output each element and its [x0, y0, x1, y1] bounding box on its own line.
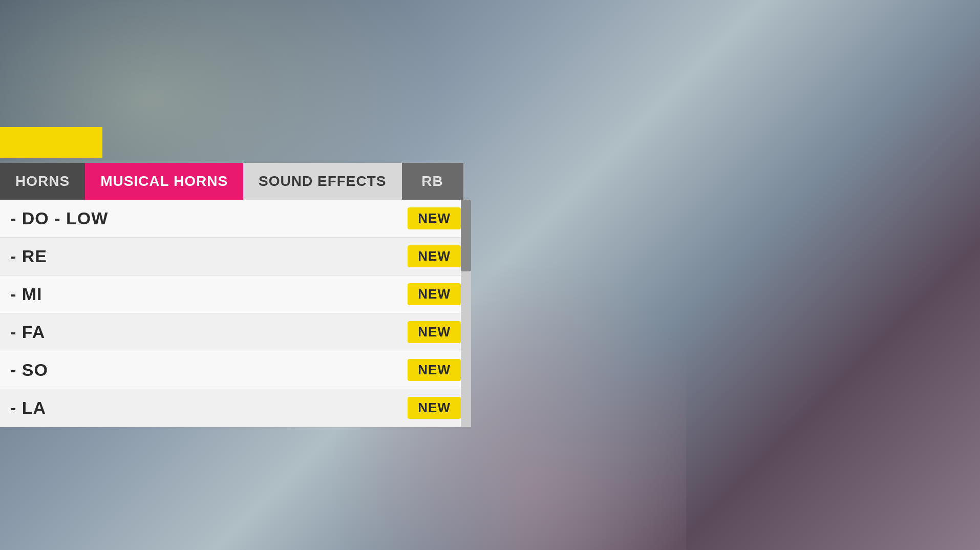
list-item[interactable]: - SO NEW — [0, 351, 471, 389]
item-name-la: - LA — [10, 398, 46, 418]
tab-sound-effects[interactable]: SOUND EFFECTS — [243, 163, 401, 200]
new-badge-re: NEW — [408, 245, 461, 267]
tab-musical-horns-label: MUSICAL HORNS — [100, 173, 228, 189]
list-item[interactable]: - MI NEW — [0, 276, 471, 313]
list-item[interactable]: - DO - LOW NEW — [0, 200, 471, 238]
yellow-bar — [0, 127, 102, 158]
tab-musical-horns[interactable]: MUSICAL HORNS — [85, 163, 243, 200]
item-name-mi: - MI — [10, 284, 42, 304]
new-badge-do-low: NEW — [408, 207, 461, 229]
list-panel: - DO - LOW NEW - RE NEW - MI NEW - FA NE… — [0, 200, 471, 427]
item-name-fa: - FA — [10, 322, 45, 342]
item-name-re: - RE — [10, 246, 47, 266]
item-name-so: - SO — [10, 360, 48, 380]
scrollbar-thumb[interactable] — [461, 200, 471, 271]
tab-sound-effects-label: SOUND EFFECTS — [259, 173, 386, 189]
new-badge-mi: NEW — [408, 283, 461, 305]
list-item[interactable]: - RE NEW — [0, 238, 471, 276]
tab-horns-label: HORNS — [15, 173, 70, 189]
ui-container: HORNS MUSICAL HORNS SOUND EFFECTS RB - D… — [0, 0, 980, 550]
new-badge-fa: NEW — [408, 321, 461, 343]
tab-bar: HORNS MUSICAL HORNS SOUND EFFECTS RB — [0, 163, 463, 200]
tab-rb-label: RB — [421, 173, 443, 189]
list-item[interactable]: - FA NEW — [0, 313, 471, 351]
scrollbar-track[interactable] — [461, 200, 471, 427]
new-badge-so: NEW — [408, 359, 461, 381]
item-name-do-low: - DO - LOW — [10, 208, 108, 228]
tab-rb[interactable]: RB — [402, 163, 463, 200]
list-item[interactable]: - LA NEW — [0, 389, 471, 427]
new-badge-la: NEW — [408, 397, 461, 419]
tab-horns[interactable]: HORNS — [0, 163, 85, 200]
